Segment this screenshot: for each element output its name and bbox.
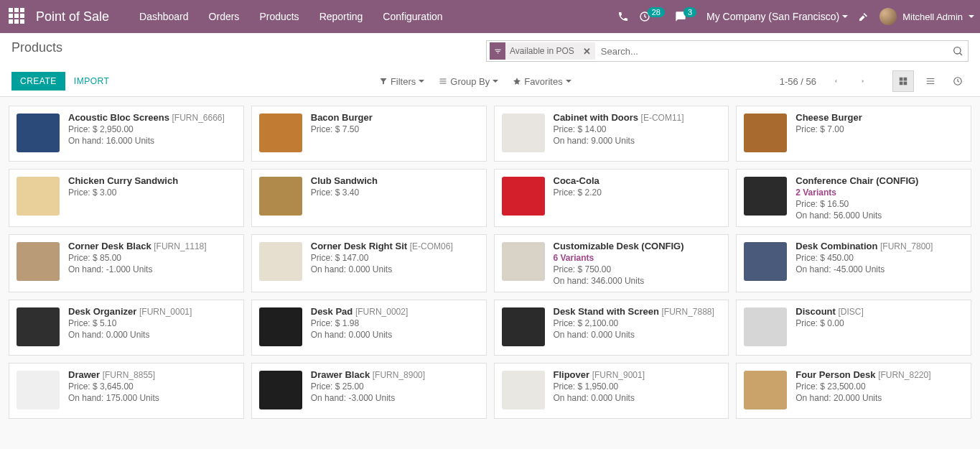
product-name: Desk Stand with Screen [FURN_7888]	[554, 306, 714, 317]
chevron-down-icon	[969, 15, 974, 18]
product-card[interactable]: Four Person Desk [FURN_8220]Price: $ 23,…	[736, 363, 971, 419]
product-name: Chicken Curry Sandwich	[68, 175, 178, 186]
product-sku: [FURN_0002]	[355, 307, 408, 317]
search-bar[interactable]: Available in POS ✕	[486, 40, 969, 62]
product-thumbnail	[15, 241, 61, 282]
product-onhand: On hand: 0.000 Units	[554, 330, 714, 340]
activity-icon[interactable]: 28	[639, 11, 665, 22]
product-card[interactable]: Club Sandwich Price: $ 3.40	[251, 169, 487, 227]
pager: 1-56 / 56	[780, 76, 816, 87]
product-card[interactable]: Chicken Curry Sandwich Price: $ 3.00	[9, 169, 244, 227]
groupby-dropdown[interactable]: Group By	[439, 76, 498, 87]
product-sku: [FURN_8220]	[878, 370, 930, 380]
product-onhand: On hand: -45.000 Units	[795, 264, 933, 274]
view-kanban[interactable]	[892, 70, 914, 92]
product-name: Desk Organizer [FURN_0001]	[68, 306, 192, 317]
view-activity[interactable]	[947, 70, 969, 92]
product-card[interactable]: Drawer Black [FURN_8900]Price: $ 25.00On…	[251, 363, 487, 419]
company-switcher[interactable]: My Company (San Francisco)	[706, 11, 848, 22]
pager-next[interactable]	[852, 70, 874, 92]
nav-configuration[interactable]: Configuration	[374, 5, 451, 28]
product-variants: 6 Variants	[554, 253, 684, 263]
product-name: Drawer [FURN_8855]	[68, 369, 159, 380]
product-card[interactable]: Discount [DISC]Price: $ 0.00	[736, 300, 971, 356]
product-sku: [FURN_7888]	[662, 307, 714, 317]
search-icon[interactable]	[952, 45, 963, 57]
chevron-down-icon	[842, 15, 848, 18]
pager-prev[interactable]	[825, 70, 846, 92]
product-card[interactable]: Acoustic Bloc Screens [FURN_6666]Price: …	[9, 106, 244, 162]
messages-icon[interactable]: 3	[675, 11, 696, 22]
svg-rect-3	[904, 78, 907, 81]
product-card[interactable]: Corner Desk Black [FURN_1118]Price: $ 85…	[9, 234, 244, 292]
product-price: Price: $ 450.00	[795, 253, 933, 263]
filter-icon	[490, 42, 505, 60]
product-thumbnail	[742, 112, 788, 154]
product-card[interactable]: Desk Organizer [FURN_0001]Price: $ 5.10O…	[9, 300, 244, 356]
product-name: Cabinet with Doors [E-COM11]	[554, 112, 684, 123]
nav-reporting[interactable]: Reporting	[311, 5, 372, 28]
product-card[interactable]: Cabinet with Doors [E-COM11]Price: $ 14.…	[494, 106, 729, 162]
apps-launcher-icon[interactable]	[9, 8, 26, 25]
product-thumbnail	[742, 369, 788, 411]
svg-rect-2	[900, 78, 903, 81]
app-brand: Point of Sale	[36, 9, 109, 24]
product-price: Price: $ 3.40	[311, 188, 378, 198]
company-name: My Company (San Francisco)	[706, 11, 839, 22]
create-button[interactable]: CREATE	[11, 72, 65, 91]
product-onhand: On hand: 20.000 Units	[795, 393, 930, 403]
product-card[interactable]: Conference Chair (CONFIG) 2 VariantsPric…	[736, 169, 971, 227]
product-card[interactable]: Corner Desk Right Sit [E-COM06]Price: $ …	[251, 234, 487, 292]
product-price: Price: $ 3.00	[68, 188, 178, 198]
view-list[interactable]	[920, 70, 941, 92]
user-menu[interactable]: Mitchell Admin	[879, 8, 974, 25]
product-name: Coca-Cola	[554, 175, 602, 186]
product-thumbnail	[742, 306, 788, 348]
product-price: Price: $ 7.00	[795, 124, 862, 134]
product-sku: [E-COM11]	[641, 113, 684, 123]
product-price: Price: $ 16.50	[795, 199, 918, 209]
product-card[interactable]: Cheese Burger Price: $ 7.00	[736, 106, 971, 162]
filters-dropdown[interactable]: Filters	[379, 76, 424, 87]
product-price: Price: $ 14.00	[554, 124, 684, 134]
product-onhand: On hand: 0.000 Units	[68, 330, 192, 340]
phone-icon[interactable]	[617, 11, 629, 22]
import-button[interactable]: IMPORT	[65, 72, 118, 91]
product-sku: [FURN_9001]	[592, 370, 645, 380]
messages-badge: 3	[683, 7, 696, 17]
product-card[interactable]: Coca-Cola Price: $ 2.20	[494, 169, 729, 227]
product-name: Acoustic Bloc Screens [FURN_6666]	[68, 112, 225, 123]
nav-dashboard[interactable]: Dashboard	[131, 5, 197, 28]
favorites-dropdown[interactable]: Favorites	[513, 76, 571, 87]
product-thumbnail	[742, 175, 788, 217]
product-price: Price: $ 2,100.00	[554, 318, 714, 328]
product-card[interactable]: Customizable Desk (CONFIG) 6 VariantsPri…	[494, 234, 729, 292]
product-price: Price: $ 3,645.00	[68, 381, 159, 392]
product-card[interactable]: Desk Combination [FURN_7800]Price: $ 450…	[736, 234, 971, 292]
product-thumbnail	[15, 175, 61, 217]
product-name: Flipover [FURN_9001]	[554, 369, 645, 380]
nav-orders[interactable]: Orders	[200, 5, 248, 28]
product-card[interactable]: Drawer [FURN_8855]Price: $ 3,645.00On ha…	[9, 363, 244, 419]
facet-remove[interactable]: ✕	[579, 42, 595, 60]
product-onhand: On hand: 175.000 Units	[68, 393, 159, 403]
product-price: Price: $ 25.00	[311, 381, 425, 392]
product-name: Club Sandwich	[311, 175, 378, 186]
product-name: Drawer Black [FURN_8900]	[311, 369, 425, 380]
product-card[interactable]: Desk Pad [FURN_0002]Price: $ 1.98On hand…	[251, 300, 487, 356]
product-name: Desk Combination [FURN_7800]	[795, 241, 933, 251]
product-name: Four Person Desk [FURN_8220]	[795, 369, 930, 380]
search-input[interactable]	[597, 46, 948, 57]
product-onhand: On hand: 9.000 Units	[554, 136, 684, 146]
product-thumbnail	[258, 241, 304, 282]
product-card[interactable]: Desk Stand with Screen [FURN_7888]Price:…	[494, 300, 729, 356]
product-onhand: On hand: -3.000 Units	[311, 393, 425, 403]
product-thumbnail	[500, 175, 546, 217]
debug-icon[interactable]	[858, 11, 869, 22]
product-card[interactable]: Flipover [FURN_9001]Price: $ 1,950.00On …	[494, 363, 729, 419]
product-card[interactable]: Bacon Burger Price: $ 7.50	[251, 106, 487, 162]
product-thumbnail	[258, 112, 304, 154]
nav-products[interactable]: Products	[251, 5, 307, 28]
product-price: Price: $ 5.10	[68, 318, 192, 328]
product-onhand: On hand: 56.000 Units	[795, 210, 918, 221]
